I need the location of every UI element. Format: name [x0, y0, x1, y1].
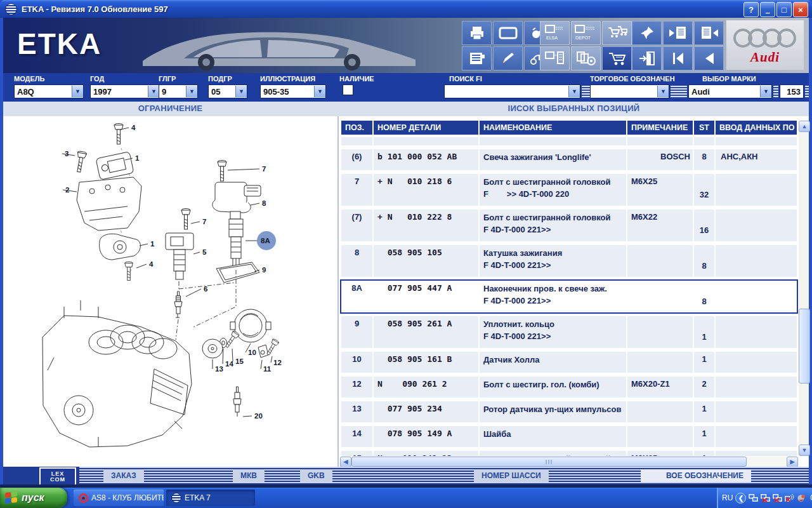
diagram-callout-8[interactable]: 8 — [262, 199, 266, 207]
back-button[interactable] — [694, 46, 724, 70]
diagram-callout-1[interactable]: 1 — [135, 154, 140, 162]
tray-network-icon[interactable] — [749, 493, 758, 503]
model-combo[interactable]: A8Q▼ — [14, 84, 84, 98]
carts-button[interactable] — [602, 21, 632, 45]
diagram-callout-11[interactable]: 11 — [263, 365, 272, 373]
documents-wheel-button[interactable] — [571, 46, 601, 70]
trade-designation-combo[interactable]: ▼ — [590, 84, 669, 98]
next-illustration-button[interactable] — [694, 21, 724, 45]
table-row[interactable]: 7+ N 010 218 6Болт с шестигранной головк… — [340, 173, 798, 207]
col-name: НАИМЕНОВАНИЕ — [480, 121, 626, 135]
parts-list-button[interactable] — [462, 46, 492, 70]
table-row[interactable]: 15N 010 242 23Болт с шестигранной головк… — [340, 450, 798, 456]
sub-group-combo[interactable]: 05▼ — [208, 84, 247, 98]
diagram-callout-3[interactable]: 3 — [65, 150, 69, 157]
table-row[interactable]: 9 058 905 261 AУплотнит. кольцо F 4D-T-0… — [340, 315, 798, 349]
chevron-down-icon[interactable]: ▼ — [186, 86, 197, 97]
cell-name: Уплотнит. кольцо F 4D-T-000 221>> — [480, 316, 626, 348]
illustration-panel[interactable]: 4312788A97514610151413111220 — [3, 116, 339, 467]
chevron-down-icon[interactable]: ▼ — [314, 86, 325, 97]
diagram-callout-15[interactable]: 15 — [235, 358, 244, 365]
diagram-callout-4[interactable]: 4 — [149, 260, 154, 268]
diagram-callout-7[interactable]: 7 — [202, 218, 206, 225]
minimize-button[interactable]: – — [760, 2, 775, 17]
chevron-down-icon[interactable]: ▼ — [72, 86, 83, 97]
pin-button[interactable] — [632, 21, 662, 45]
gkb-button[interactable]: GKB — [300, 469, 332, 482]
exit-button[interactable] — [632, 46, 662, 70]
order-button[interactable]: ЗАКАЗ — [103, 469, 144, 482]
shopping-cart-button[interactable] — [602, 46, 632, 70]
close-button[interactable]: × — [793, 2, 808, 17]
chevron-down-icon[interactable]: ▼ — [760, 86, 771, 97]
cell-quantity: 8 — [694, 281, 714, 312]
diagram-callout-1[interactable]: 1 — [150, 240, 155, 248]
year-combo[interactable]: 1997▼ — [90, 84, 160, 98]
tray-security-icon[interactable] — [797, 493, 806, 503]
first-record-button[interactable] — [663, 46, 693, 70]
scroll-up-icon[interactable]: ▲ — [799, 121, 810, 132]
vertical-scroll-thumb[interactable] — [799, 309, 810, 384]
table-row[interactable]: 14 078 905 149 AШайба1 — [340, 425, 798, 448]
chevron-down-icon[interactable]: ▼ — [235, 86, 247, 97]
diagram-callout-6[interactable]: 6 — [204, 285, 207, 293]
diagram-callout-7[interactable]: 7 — [262, 165, 266, 173]
table-row[interactable]: 8A 077 905 447 AНаконечник пров. к свече… — [340, 279, 798, 314]
type-designation-button[interactable]: ВОЕ ОБОЗНАЧЕНИЕ — [641, 469, 751, 482]
availability-checkbox[interactable] — [343, 84, 353, 95]
illustration-combo[interactable]: 905-35▼ — [260, 84, 326, 98]
etka-app-icon — [171, 493, 181, 503]
search-fi-combo[interactable]: ▼ — [444, 84, 580, 98]
start-button[interactable]: пуск — [0, 488, 67, 508]
table-row[interactable]: 8 058 905 105Катушка зажигания F 4D-T-00… — [340, 244, 798, 278]
table-row[interactable]: (7)+ N 010 222 8Болт с шестигранной голо… — [340, 208, 798, 243]
cell-note — [627, 137, 693, 145]
horizontal-scroll-thumb[interactable] — [351, 457, 747, 467]
scroll-left-icon[interactable]: ◀ — [340, 457, 351, 467]
task-browser-button[interactable]: AS8 - КЛУБ ЛЮБИТЕ... — [74, 490, 164, 506]
cell-data-entry: АНС,АКН — [716, 149, 797, 170]
previous-illustration-button[interactable] — [663, 21, 693, 45]
table-row[interactable]: 12N 090 261 2Болт с шестигр. гол. (комби… — [340, 375, 798, 399]
diagram-callout-9[interactable]: 9 — [262, 266, 266, 274]
table-row[interactable]: 13 077 905 234Ротор датчика уп-щих импул… — [340, 400, 798, 424]
brand-select-combo[interactable]: Audi▼ — [688, 84, 772, 98]
chevron-down-icon[interactable]: ▼ — [657, 86, 669, 97]
depot-button[interactable]: DEPOT — [571, 21, 601, 45]
diagram-callout-10[interactable]: 10 — [248, 349, 256, 356]
table-row[interactable]: (6)b 101 000 052 ABСвеча зажигания 'Long… — [340, 148, 798, 171]
mkb-button[interactable]: МКВ — [233, 469, 265, 482]
filter-bar: МОДЕЛЬ A8Q▼ ГОД 1997▼ ГЛГР 9▼ ПОДГР 05▼ … — [3, 73, 809, 102]
chevron-down-icon[interactable]: ▼ — [148, 86, 159, 97]
task-etka-button[interactable]: ETKA 7 — [166, 490, 255, 506]
scroll-down-icon[interactable]: ▼ — [799, 444, 810, 456]
diagram-callout-5[interactable]: 5 — [202, 248, 207, 256]
table-row[interactable]: 10 058 905 161 BДатчик Холла1 — [340, 351, 798, 374]
diagram-callout-2[interactable]: 2 — [65, 186, 69, 194]
diagram-callout-4[interactable]: 4 — [131, 124, 136, 131]
print-button[interactable] — [462, 21, 492, 45]
diagram-callout-8A[interactable]: 8A — [261, 237, 270, 244]
diagram-callout-14[interactable]: 14 — [225, 360, 233, 368]
chassis-number-button[interactable]: НОМЕР ШАССИ — [474, 469, 549, 482]
collapse-tray-icon[interactable]: ❮ — [735, 493, 746, 504]
frame-select-button[interactable] — [493, 21, 523, 45]
language-indicator[interactable]: RU — [722, 493, 733, 502]
diagram-callout-13[interactable]: 13 — [215, 365, 223, 373]
chevron-down-icon[interactable]: ▼ — [568, 86, 580, 97]
tray-wireless-disconnected-icon[interactable] — [785, 493, 794, 503]
diagram-callout-20[interactable]: 20 — [254, 412, 263, 420]
tray-connection2-disconnected-icon[interactable] — [773, 493, 782, 503]
main-group-combo[interactable]: 9▼ — [159, 84, 198, 98]
elsa-button[interactable]: ELSA — [540, 21, 570, 45]
tray-connection-disconnected-icon[interactable] — [761, 493, 770, 503]
monitor-document-button[interactable] — [540, 46, 570, 70]
help-button[interactable]: ? — [743, 2, 759, 17]
horizontal-scrollbar[interactable]: ◀ ▶ — [340, 457, 798, 467]
scroll-right-icon[interactable]: ▶ — [787, 457, 798, 467]
maximize-button[interactable]: □ — [776, 2, 792, 17]
vertical-scrollbar[interactable]: ▲ ▼ — [799, 121, 809, 456]
edit-pencil-button[interactable] — [493, 46, 523, 70]
diagram-callout-12[interactable]: 12 — [273, 359, 282, 366]
app-window: ETKA - Ревизия 7.0 Обновление 597 ? – □ … — [0, 0, 812, 508]
